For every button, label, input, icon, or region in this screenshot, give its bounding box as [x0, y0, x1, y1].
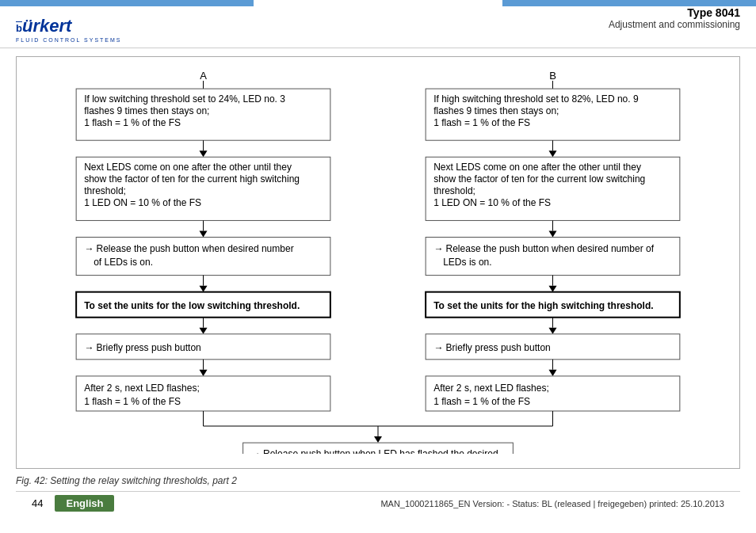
page-wrapper: bürkert FLUID CONTROL SYSTEMS Type 8041 … [0, 0, 756, 519]
svg-marker-39 [548, 150, 556, 157]
doc-subtitle: Adjustment and commissioning [378, 19, 740, 30]
svg-text:threshold;: threshold; [84, 185, 126, 196]
man-text: MAN_1000211865_EN Version: - Status: BL … [380, 499, 724, 508]
svg-marker-55 [548, 328, 556, 334]
header-right: Type 8041 Adjustment and commissioning [378, 6, 740, 30]
main-content: A B If low switching threshold set to 24… [0, 48, 756, 519]
header: bürkert FLUID CONTROL SYSTEMS Type 8041 … [0, 0, 756, 48]
col-a-box1-line1: If low switching threshold set to 24%, L… [84, 93, 285, 105]
header-left: bürkert FLUID CONTROL SYSTEMS [16, 6, 378, 43]
svg-text:show the factor of ten for the: show the factor of ten for the current l… [433, 173, 645, 185]
svg-marker-33 [374, 436, 382, 443]
doc-type: Type 8041 [378, 6, 740, 19]
svg-text:flashes 9 times then stays on;: flashes 9 times then stays on; [433, 105, 559, 116]
col-a-label: A [200, 70, 207, 82]
svg-text:→ Briefly press push button: → Briefly press push button [84, 342, 201, 353]
header-bar-right [502, 0, 756, 6]
svg-text:→ Release the push button when: → Release the push button when desired n… [433, 243, 655, 254]
svg-marker-22 [199, 328, 207, 334]
svg-text:of LEDs is on.: of LEDs is on. [94, 257, 153, 268]
col-b-label: B [549, 70, 556, 82]
footer: 44 English MAN_1000211865_EN Version: - … [16, 491, 740, 515]
svg-text:→ Briefly press push button: → Briefly press push button [433, 342, 551, 353]
footer-left: 44 English [32, 495, 114, 512]
svg-text:flashes 9 times then stays on;: flashes 9 times then stays on; [84, 105, 209, 116]
svg-text:1 flash = 1 % of the FS: 1 flash = 1 % of the FS [84, 396, 181, 407]
logo-subtitle: FLUID CONTROL SYSTEMS [16, 37, 122, 43]
svg-text:Next LEDS come on one after th: Next LEDS come on one after the other un… [84, 162, 292, 173]
svg-text:→ Release push button when LED: → Release push button when LED has flash… [251, 448, 498, 454]
svg-text:show the factor of ten for the: show the factor of ten for the current h… [84, 173, 300, 185]
header-bar-left [0, 0, 254, 6]
fig-caption: Fig. 42: Setting the relay switching thr… [16, 475, 740, 486]
logo: bürkert FLUID CONTROL SYSTEMS [16, 16, 122, 43]
svg-text:After 2 s, next LED flashes;: After 2 s, next LED flashes; [433, 383, 549, 394]
svg-text:→ Release the push button when: → Release the push button when desired n… [84, 243, 294, 254]
svg-marker-6 [199, 150, 207, 157]
svg-marker-51 [548, 286, 556, 292]
svg-marker-13 [199, 230, 207, 237]
svg-text:1 flash = 1 % of the FS: 1 flash = 1 % of the FS [84, 117, 181, 128]
svg-text:To set the units for the high : To set the units for the high switching … [433, 300, 653, 311]
svg-text:1 flash = 1 % of the FS: 1 flash = 1 % of the FS [433, 396, 530, 407]
svg-text:1 flash = 1 % of the FS: 1 flash = 1 % of the FS [433, 117, 530, 128]
page-number: 44 [32, 497, 43, 509]
svg-text:To set the units for the low s: To set the units for the low switching t… [84, 300, 300, 311]
svg-text:1 LED ON = 10 % of the FS: 1 LED ON = 10 % of the FS [84, 197, 201, 208]
svg-text:threshold;: threshold; [433, 185, 475, 196]
svg-marker-26 [199, 370, 207, 376]
diagram-svg: A B If low switching threshold set to 24… [29, 65, 727, 454]
svg-marker-59 [548, 370, 556, 376]
svg-text:Next LEDS come on one after th: Next LEDS come on one after the other un… [433, 162, 641, 173]
language-badge[interactable]: English [55, 495, 114, 512]
diagram-box: A B If low switching threshold set to 24… [16, 56, 740, 469]
svg-text:1 LED ON = 10 % of the FS: 1 LED ON = 10 % of the FS [433, 197, 551, 208]
svg-text:After 2 s, next LED flashes;: After 2 s, next LED flashes; [84, 383, 200, 394]
svg-text:LEDs is on.: LEDs is on. [443, 257, 491, 268]
svg-marker-46 [548, 230, 556, 237]
svg-text:If high switching threshold se: If high switching threshold set to 82%, … [433, 93, 639, 105]
svg-marker-18 [199, 286, 207, 292]
